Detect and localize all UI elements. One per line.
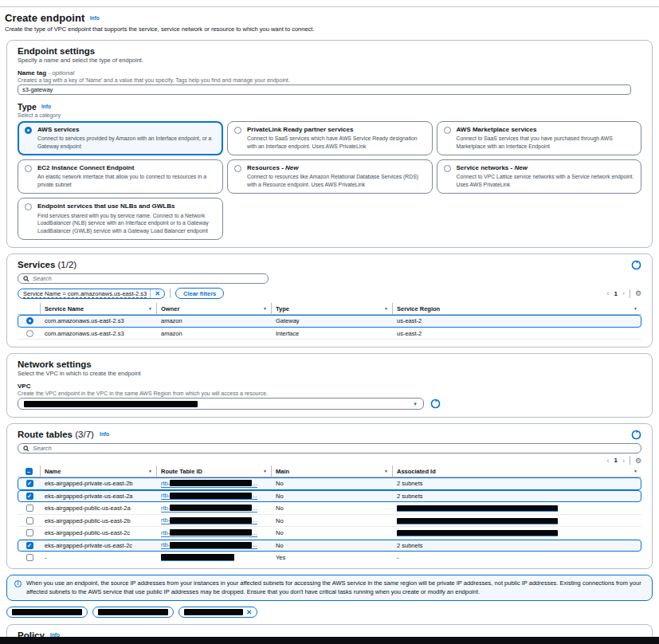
column-header-type[interactable]: Type▼ xyxy=(271,303,392,314)
row-radio[interactable] xyxy=(26,317,33,324)
radio-icon[interactable] xyxy=(444,165,451,172)
row-radio[interactable] xyxy=(26,330,33,337)
radio-icon[interactable] xyxy=(25,203,32,210)
route-tables-pagination: ‹ 1 › ⚙ xyxy=(606,456,641,465)
sort-icon: ▼ xyxy=(384,306,388,311)
category-description: An elastic network interface that allow … xyxy=(37,173,216,189)
vpc-select[interactable]: ▼ xyxy=(18,398,424,410)
previous-page-button[interactable]: ‹ xyxy=(606,289,609,297)
previous-page-button[interactable]: ‹ xyxy=(606,457,609,465)
route-tables-search[interactable] xyxy=(18,443,641,454)
column-header-main[interactable]: Main▼ xyxy=(271,465,392,477)
column-header-name[interactable]: Name▼ xyxy=(40,465,156,477)
redacted-bottom-bar xyxy=(0,637,659,644)
clear-filters-button[interactable]: Clear filters xyxy=(175,288,224,299)
services-refresh-button[interactable] xyxy=(631,260,641,270)
network-settings-subtitle: Select the VPC in which to create the en… xyxy=(18,370,641,377)
column-header-service-name[interactable]: Service Name▼ xyxy=(40,303,156,314)
table-row-route-table[interactable]: eks-airgapped-public-us-east-2c rtb-... … xyxy=(18,527,641,540)
route-tables-search-input[interactable] xyxy=(33,445,636,452)
column-header-route-table-id[interactable]: Route Table ID▼ xyxy=(156,465,271,477)
route-tables-table-header: – Name▼ Route Table ID▼ Main▼ Associated… xyxy=(18,465,641,477)
sort-icon: ▼ xyxy=(634,306,637,311)
remove-subnet-button[interactable]: ✕ xyxy=(246,608,252,616)
type-label: Type xyxy=(18,102,37,112)
row-checkbox[interactable] xyxy=(26,529,33,536)
associated-subnets-link[interactable]: 2 subnets xyxy=(397,480,423,487)
divider xyxy=(170,289,171,298)
services-title: Services (1/2) xyxy=(18,260,76,269)
name-tag-input[interactable] xyxy=(18,84,631,95)
cell-main: No xyxy=(272,517,393,524)
vpc-refresh-button[interactable] xyxy=(430,399,441,409)
services-search-input[interactable] xyxy=(33,275,263,282)
category-card-ec2-instance-connect[interactable]: EC2 Instance Connect Endpoint An elastic… xyxy=(18,159,223,194)
refresh-icon xyxy=(631,260,641,270)
radio-icon[interactable] xyxy=(234,127,241,134)
category-card-endpoint-services-nlb-gwlb[interactable]: Endpoint services that use NLBs and GWLB… xyxy=(18,198,223,240)
category-title: PrivateLink Ready partner services xyxy=(247,126,426,134)
divider xyxy=(630,456,630,465)
category-title: AWS services xyxy=(37,126,216,134)
filter-chip-remove-button[interactable]: ✕ xyxy=(150,289,164,298)
row-checkbox[interactable] xyxy=(26,505,33,512)
route-tables-info-link[interactable]: Info xyxy=(100,431,109,437)
select-all-checkbox[interactable]: – xyxy=(25,468,33,475)
category-card-marketplace[interactable]: AWS Marketplace services Connect to SaaS… xyxy=(437,121,642,155)
radio-icon[interactable] xyxy=(444,127,451,134)
current-page[interactable]: 1 xyxy=(614,457,617,464)
route-table-id-link[interactable]: rtb-... xyxy=(161,516,257,524)
table-row-service-interface[interactable]: com.amazonaws.us-east-2.s3 amazon Interf… xyxy=(18,328,641,340)
table-row-route-table[interactable]: eks-airgapped-public-us-east-2a rtb-... … xyxy=(18,502,641,515)
table-row-route-table[interactable]: ✓ eks-airgapped-private-us-east-2a rtb-.… xyxy=(18,490,641,503)
sort-icon: ▼ xyxy=(148,306,152,311)
page-info-link[interactable]: Info xyxy=(90,15,100,21)
cell-name: eks-airgapped-private-us-east-2b xyxy=(41,480,157,487)
table-row-route-table[interactable]: ✓ eks-airgapped-private-us-east-2c rtb-.… xyxy=(18,540,641,552)
row-checkbox[interactable]: ✓ xyxy=(26,480,33,487)
row-checkbox[interactable]: ✓ xyxy=(26,493,33,500)
cell-main: No xyxy=(272,542,393,549)
column-header-service-region[interactable]: Service Region▼ xyxy=(392,303,641,314)
type-info-link[interactable]: Info xyxy=(41,104,51,109)
name-tag-description: Creates a tag with a key of 'Name' and a… xyxy=(18,77,641,83)
category-card-aws-services[interactable]: AWS services Connect to services provide… xyxy=(18,121,223,155)
radio-icon[interactable] xyxy=(25,127,32,134)
route-table-id-link[interactable]: rtb-... xyxy=(161,541,257,549)
row-checkbox[interactable] xyxy=(26,517,33,524)
category-card-privatelink-partner[interactable]: PrivateLink Ready partner services Conne… xyxy=(227,121,433,155)
redacted-associated-id xyxy=(397,530,558,536)
route-table-id-link[interactable]: rtb-... xyxy=(161,529,257,537)
row-checkbox[interactable]: ✓ xyxy=(26,542,33,549)
associated-subnets-link[interactable]: 2 subnets xyxy=(397,493,423,500)
table-preferences-button[interactable]: ⚙ xyxy=(635,457,641,465)
row-checkbox[interactable] xyxy=(26,554,33,561)
category-card-resources[interactable]: Resources - New Connect to resources lik… xyxy=(227,159,433,194)
sort-icon: ▼ xyxy=(263,469,267,473)
route-table-id-link[interactable] xyxy=(161,554,234,561)
services-search[interactable] xyxy=(18,273,269,284)
redacted-route-table-id xyxy=(170,529,252,536)
table-row-route-table[interactable]: - Yes - xyxy=(18,552,641,564)
route-table-id-link[interactable]: rtb-... xyxy=(161,480,257,488)
table-row-route-table[interactable]: ✓ eks-airgapped-private-us-east-2b rtb-.… xyxy=(18,477,641,490)
next-page-button[interactable]: › xyxy=(622,289,625,297)
next-page-button[interactable]: › xyxy=(622,457,625,465)
table-row-route-table[interactable]: eks-airgapped-public-us-east-2b rtb-... … xyxy=(18,515,641,528)
route-table-id-link[interactable]: rtb-... xyxy=(161,505,257,512)
category-description: Connect to resources like Amazon Relatio… xyxy=(247,173,426,189)
radio-icon[interactable] xyxy=(25,165,32,172)
route-tables-refresh-button[interactable] xyxy=(631,430,641,440)
column-header-associated-id[interactable]: Associated Id▼ xyxy=(392,465,641,477)
cell-main: No xyxy=(272,529,393,536)
category-card-service-networks[interactable]: Service networks - New Connect to VPC La… xyxy=(437,159,642,194)
cell-type: Gateway xyxy=(272,317,393,324)
table-row-service-gateway[interactable]: com.amazonaws.us-east-2.s3 amazon Gatewa… xyxy=(18,315,641,328)
column-header-owner[interactable]: Owner▼ xyxy=(156,303,271,314)
radio-icon[interactable] xyxy=(234,165,241,172)
current-page[interactable]: 1 xyxy=(614,290,617,297)
page-top-divider xyxy=(0,6,659,7)
associated-subnets-link[interactable]: 2 subnets xyxy=(397,542,423,549)
route-table-id-link[interactable]: rtb-... xyxy=(161,492,257,500)
table-preferences-button[interactable]: ⚙ xyxy=(635,289,641,297)
